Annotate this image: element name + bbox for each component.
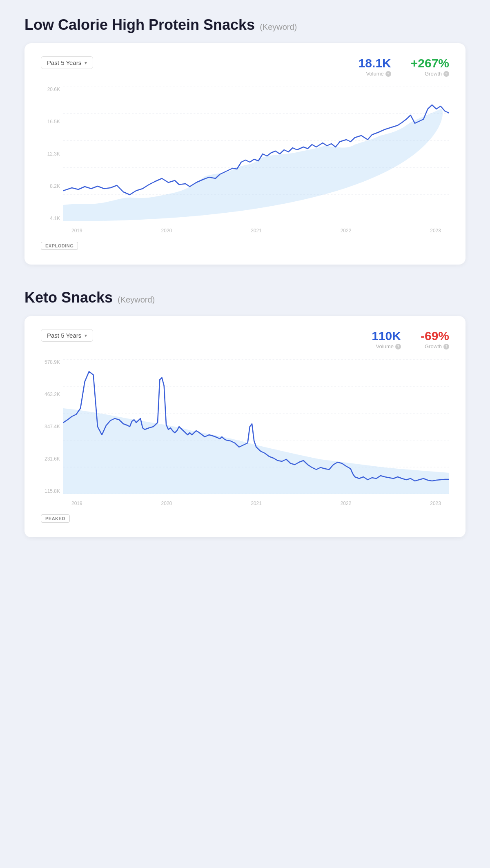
section-subtitle-2: (Keyword) bbox=[118, 295, 155, 305]
card-header-2: Past 5 Years ▾ 110K Volume ? -69% Growth… bbox=[41, 329, 449, 349]
volume-label-1: Volume ? bbox=[359, 71, 391, 77]
chevron-down-icon-2: ▾ bbox=[85, 333, 87, 338]
chart-fill-1 bbox=[63, 109, 443, 221]
x-axis-1: 2019 2020 2021 2022 2023 bbox=[63, 228, 449, 234]
section-subtitle-1: (Keyword) bbox=[260, 22, 297, 32]
time-selector-2[interactable]: Past 5 Years ▾ bbox=[41, 329, 93, 342]
x-label-1-4: 2023 bbox=[430, 228, 441, 234]
y-label-2-3: 231.6K bbox=[41, 456, 63, 462]
y-label-1-1: 16.5K bbox=[41, 119, 63, 125]
growth-value-1: +267% bbox=[411, 56, 449, 70]
y-axis-1: 20.6K 16.5K 12.3K 8.2K 4.1K bbox=[41, 87, 63, 221]
x-label-2-0: 2019 bbox=[71, 501, 82, 506]
growth-block-2: -69% Growth ? bbox=[421, 329, 449, 349]
badge-2: PEAKED bbox=[41, 514, 70, 523]
y-label-2-0: 578.9K bbox=[41, 359, 63, 365]
badge-1: EXPLODING bbox=[41, 242, 78, 250]
time-selector-label-2: Past 5 Years bbox=[47, 332, 81, 339]
y-label-2-1: 463.2K bbox=[41, 392, 63, 397]
growth-label-1: Growth ? bbox=[411, 71, 449, 77]
volume-block-1: 18.1K Volume ? bbox=[359, 56, 391, 77]
y-label-2-4: 115.8K bbox=[41, 488, 63, 494]
card-2: Past 5 Years ▾ 110K Volume ? -69% Growth… bbox=[24, 316, 466, 537]
y-label-1-2: 12.3K bbox=[41, 151, 63, 157]
growth-block-1: +267% Growth ? bbox=[411, 56, 449, 77]
volume-block-2: 110K Volume ? bbox=[372, 329, 401, 349]
stats-1: 18.1K Volume ? +267% Growth ? bbox=[359, 56, 449, 77]
growth-label-2: Growth ? bbox=[421, 343, 449, 349]
section-low-calorie: Low Calorie High Protein Snacks (Keyword… bbox=[24, 16, 466, 265]
x-label-2-2: 2021 bbox=[251, 501, 262, 506]
y-axis-2: 578.9K 463.2K 347.4K 231.6K 115.8K bbox=[41, 359, 63, 494]
chart-svg-1 bbox=[63, 87, 449, 221]
stats-2: 110K Volume ? -69% Growth ? bbox=[372, 329, 449, 349]
section-title-1: Low Calorie High Protein Snacks bbox=[24, 16, 255, 33]
x-label-1-1: 2020 bbox=[161, 228, 172, 234]
chart-svg-2 bbox=[63, 359, 449, 494]
card-header-1: Past 5 Years ▾ 18.1K Volume ? +267% Grow… bbox=[41, 56, 449, 77]
growth-help-icon-1: ? bbox=[443, 71, 449, 77]
x-label-2-3: 2022 bbox=[341, 501, 352, 506]
time-selector-1[interactable]: Past 5 Years ▾ bbox=[41, 56, 93, 69]
volume-help-icon-1: ? bbox=[385, 71, 391, 77]
x-label-1-2: 2021 bbox=[251, 228, 262, 234]
y-label-2-2: 347.4K bbox=[41, 424, 63, 430]
chart-area-2: 578.9K 463.2K 347.4K 231.6K 115.8K bbox=[41, 359, 449, 506]
section-keto-snacks: Keto Snacks (Keyword) Past 5 Years ▾ 110… bbox=[24, 289, 466, 537]
chart-area-1: 20.6K 16.5K 12.3K 8.2K 4.1K bbox=[41, 87, 449, 234]
chart-svg-wrapper-1 bbox=[63, 87, 449, 221]
volume-help-icon-2: ? bbox=[395, 344, 401, 349]
chart-svg-wrapper-2 bbox=[63, 359, 449, 494]
volume-label-2: Volume ? bbox=[372, 343, 401, 349]
card-1: Past 5 Years ▾ 18.1K Volume ? +267% Grow… bbox=[24, 43, 466, 265]
x-label-2-1: 2020 bbox=[161, 501, 172, 506]
x-label-2-4: 2023 bbox=[430, 501, 441, 506]
x-axis-2: 2019 2020 2021 2022 2023 bbox=[63, 501, 449, 506]
y-label-1-3: 8.2K bbox=[41, 183, 63, 189]
x-label-1-0: 2019 bbox=[71, 228, 82, 234]
growth-value-2: -69% bbox=[421, 329, 449, 343]
volume-value-2: 110K bbox=[372, 329, 401, 343]
chevron-down-icon-1: ▾ bbox=[85, 60, 87, 66]
volume-value-1: 18.1K bbox=[359, 56, 391, 70]
time-selector-label-1: Past 5 Years bbox=[47, 59, 81, 66]
x-label-1-3: 2022 bbox=[341, 228, 352, 234]
y-label-1-4: 4.1K bbox=[41, 216, 63, 221]
y-label-1-0: 20.6K bbox=[41, 87, 63, 92]
section-title-2: Keto Snacks bbox=[24, 289, 113, 306]
growth-help-icon-2: ? bbox=[443, 344, 449, 349]
